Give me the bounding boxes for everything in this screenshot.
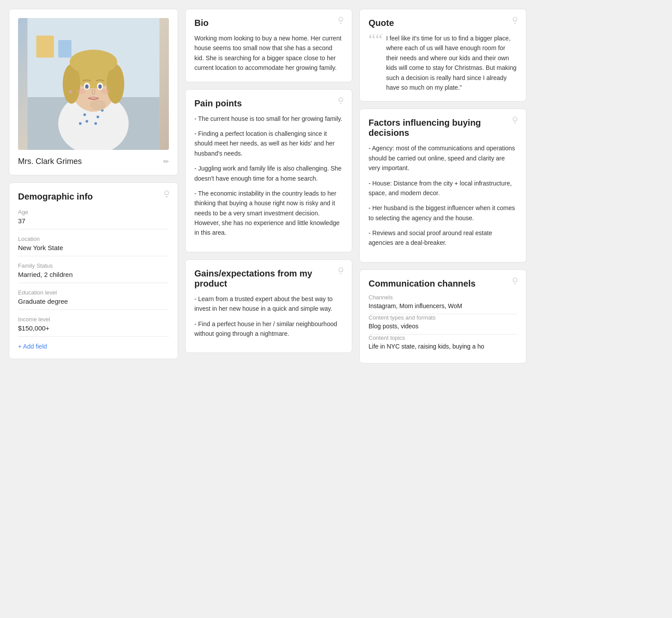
svg-point-21 [85,84,89,89]
svg-point-18 [70,50,117,74]
profile-card: Mrs. Clark Grimes ✏ [9,9,178,175]
demographic-lightbulb-icon [163,190,171,200]
communication-card: Communication channels Channels Instagra… [359,269,526,364]
svg-point-27 [102,89,110,94]
profile-photo [18,18,169,150]
content-types-field: Content types and formats Blog posts, vi… [369,314,517,334]
channels-field: Channels Instagram, Mom influencers, WoM [369,294,517,314]
content-topics-label: Content topics [369,334,517,341]
bio-title: Bio [194,18,343,28]
svg-point-11 [95,122,97,125]
content-types-label: Content types and formats [369,314,517,321]
factors-title: Factors influencing buying decisions [369,118,517,138]
bio-lightbulb-icon [337,16,345,26]
svg-point-26 [77,89,86,94]
education-value: Graduate degree [18,298,169,310]
pain-points-body: - The current house is too small for her… [194,114,343,238]
pain-points-title: Pain points [194,98,343,109]
factors-lightbulb-icon [511,116,519,126]
factors-card: Factors influencing buying decisions - A… [359,109,526,262]
location-value: New York State [18,244,169,256]
communication-title: Communication channels [369,279,517,289]
quote-content: ““ I feel like it's time for us to find … [369,33,517,92]
income-value: $150,000+ [18,324,169,337]
content-topics-value: Life in NYC state, raising kids, buying … [369,343,517,354]
svg-point-6 [84,113,86,116]
channels-value: Instagram, Mom influencers, WoM [369,302,517,314]
profile-image-svg [18,18,169,150]
profile-name: Mrs. Clark Grimes [18,157,82,166]
quote-lightbulb-icon [511,16,519,26]
location-field: Location New York State [18,236,169,256]
content-types-value: Blog posts, videos [369,323,517,334]
age-field: Age 37 [18,209,169,229]
communication-lightbulb-icon [511,277,519,287]
gains-title: Gains/expectations from my product [194,269,343,289]
column-profile: Mrs. Clark Grimes ✏ Demographic info Age… [9,9,178,364]
pain-points-card: Pain points - The current house is too s… [185,89,352,252]
channels-label: Channels [369,294,517,301]
age-value: 37 [18,217,169,229]
svg-rect-4 [58,40,72,58]
demographic-title: Demographic info [18,192,169,202]
gains-card: Gains/expectations from my product - Lea… [185,259,352,353]
quote-card: Quote ““ I feel like it's time for us to… [359,9,526,102]
edit-icon[interactable]: ✏ [163,157,169,166]
add-field-button[interactable]: + Add field [18,343,169,350]
gains-lightbulb-icon [337,267,345,277]
family-status-value: Married, 2 children [18,271,169,283]
svg-point-22 [99,84,102,89]
quote-title: Quote [369,18,517,28]
family-status-field: Family Status Married, 2 children [18,262,169,283]
income-label: Income level [18,316,169,323]
quote-text: I feel like it's time for us to find a b… [386,33,517,92]
svg-point-25 [69,90,73,94]
location-label: Location [18,236,169,242]
gains-body: - Learn from a trusted expert about the … [194,294,343,339]
age-label: Age [18,209,169,215]
column-middle: Bio Working mom looking to buy a new hom… [185,9,352,364]
svg-point-10 [86,120,88,123]
svg-point-24 [90,100,106,110]
column-right: Quote ““ I feel like it's time for us to… [359,9,526,364]
profile-name-row: Mrs. Clark Grimes ✏ [18,155,169,166]
family-status-label: Family Status [18,262,169,269]
factors-body: - Agency: most of the communications and… [369,143,517,248]
quote-mark: ““ [369,32,383,47]
svg-rect-3 [37,36,54,58]
income-field: Income level $150,000+ [18,316,169,337]
education-field: Education level Graduate degree [18,289,169,310]
svg-point-12 [79,122,82,125]
bio-body: Working mom looking to buy a new home. H… [194,33,343,73]
content-topics-field: Content topics Life in NYC state, raisin… [369,334,517,354]
education-label: Education level [18,289,169,296]
pain-points-lightbulb-icon [337,97,345,107]
bio-card: Bio Working mom looking to buy a new hom… [185,9,352,82]
svg-point-8 [97,116,99,118]
demographic-card: Demographic info Age 37 Location New Yor… [9,182,178,359]
